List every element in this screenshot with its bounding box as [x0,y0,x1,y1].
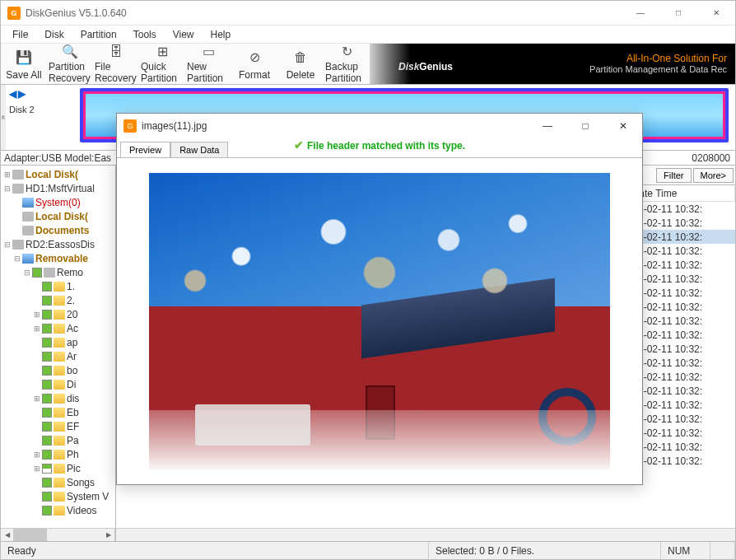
toolbar-quick-partition[interactable]: ⊞Quick Partition [139,44,185,84]
toolbar-icon: 🗑 [291,48,310,68]
checkbox[interactable] [42,296,52,306]
menu-file[interactable]: File [4,27,36,42]
checkbox[interactable] [32,268,42,278]
expand-icon[interactable] [32,450,42,459]
expand-icon[interactable] [22,268,32,277]
tree-item[interactable]: Videos [1,503,115,517]
toolbar-partition-recovery[interactable]: 🔍Partition Recovery [47,44,93,84]
tree-item[interactable]: EF [1,419,115,433]
tree-horizontal-scrollbar[interactable]: ◀▶ [1,528,115,541]
checkbox[interactable] [42,282,52,292]
preview-dialog: G images(11).jpg — □ ✕ File header match… [116,113,643,485]
expand-icon[interactable] [2,240,12,249]
tree-panel: Local Disk(HD1:MsftVirtualSystem(0)Local… [1,166,116,541]
folder-icon [54,296,65,306]
tree-item[interactable]: Ph [1,447,115,461]
tree-item[interactable]: System(0) [1,195,115,209]
menu-help[interactable]: Help [203,27,240,42]
menu-disk[interactable]: Disk [36,27,72,42]
checkbox[interactable] [42,464,52,474]
tree-item[interactable]: Ac [1,321,115,335]
tree-item[interactable]: ap [1,335,115,349]
tree-item[interactable]: 2. [1,293,115,307]
status-bar: Ready Selected: 0 B / 0 Files. NUM [1,541,735,559]
dialog-maximize-button[interactable]: □ [566,114,604,138]
expand-icon[interactable] [32,394,42,403]
checkbox[interactable] [42,366,52,376]
toolbar-icon: ▭ [198,44,218,59]
tree-item[interactable]: Di [1,377,115,391]
tree-item[interactable]: bo [1,363,115,377]
tree-item[interactable]: Documents [1,223,115,237]
toolbar-delete[interactable]: 🗑Delete [277,44,324,84]
checkbox[interactable] [42,408,52,418]
checkbox[interactable] [42,506,52,516]
tree-item[interactable]: Removable [1,251,115,265]
minimize-button[interactable]: — [622,1,659,26]
checkbox[interactable] [42,492,52,502]
tree-item[interactable]: System V [1,489,115,503]
brand-slogan: All-In-One Solution For Partition Manage… [589,53,727,76]
menu-partition[interactable]: Partition [72,27,125,42]
checkbox[interactable] [42,436,52,446]
toolbar-file-recovery[interactable]: 🗄File Recovery [93,44,139,84]
checkbox[interactable] [42,338,52,348]
checkbox[interactable] [42,394,52,404]
tree-item[interactable]: dis [1,391,115,405]
toolbar-backup-partition[interactable]: ↻Backup Partition [324,44,370,84]
checkbox[interactable] [42,478,52,488]
maximize-button[interactable]: □ [659,1,697,26]
menu-tools[interactable]: Tools [125,27,165,42]
menu-view[interactable]: View [165,27,203,42]
tree-item[interactable]: Pic [1,461,115,475]
volume-icon [22,254,34,264]
dialog-minimize-button[interactable]: — [529,114,566,138]
expand-icon[interactable] [2,170,12,179]
expand-icon[interactable] [12,254,22,263]
tree-item[interactable]: 20 [1,307,115,321]
toolbar-format[interactable]: ⊘Format [231,44,277,84]
prev-disk-icon[interactable]: ◀ [9,88,16,100]
dialog-status-message: File header matched with its type. [117,138,642,152]
dialog-title-bar: G images(11).jpg — □ ✕ [117,114,642,138]
folder-icon [54,366,65,376]
more-button[interactable]: More> [693,168,734,183]
checkbox[interactable] [42,422,52,432]
toolbar-save-all[interactable]: 💾Save All [1,44,47,84]
checkbox[interactable] [42,352,52,362]
expand-icon[interactable] [32,310,42,319]
preview-image [149,173,610,469]
tree-item[interactable]: Local Disk( [1,167,115,181]
tree-item[interactable]: Remo [1,265,115,279]
tree-item[interactable]: Ar [1,349,115,363]
checkbox[interactable] [42,324,52,334]
expand-icon[interactable] [2,184,12,193]
directory-tree[interactable]: Local Disk(HD1:MsftVirtualSystem(0)Local… [1,166,115,528]
tree-item[interactable]: Songs [1,475,115,489]
folder-icon [54,282,65,292]
title-bar: G DiskGenius V5.1.0.640 — □ ✕ [1,1,735,26]
next-disk-icon[interactable]: ▶ [18,88,26,100]
tree-item[interactable]: Pa [1,433,115,447]
toolbar-new-partition[interactable]: ▭New Partition [185,44,231,84]
tree-item[interactable]: RD2:EassosDis [1,237,115,251]
filter-button[interactable]: Filter [656,168,691,183]
checkbox[interactable] [42,450,52,460]
dialog-app-icon: G [123,119,137,133]
dialog-title: images(11).jpg [142,120,207,132]
menu-bar: FileDiskPartitionToolsViewHelp [1,26,735,44]
folder-icon [54,478,65,488]
tree-item[interactable]: HD1:MsftVirtual [1,181,115,195]
close-button[interactable]: ✕ [697,1,735,26]
tree-item[interactable]: Eb [1,405,115,419]
dialog-close-button[interactable]: ✕ [604,114,642,138]
brand-banner: DiskGenius All-In-One Solution For Parti… [370,44,735,84]
tree-item[interactable]: Local Disk( [1,209,115,223]
checkbox[interactable] [42,380,52,390]
file-list-horizontal-scrollbar[interactable] [116,528,735,541]
checkbox[interactable] [42,310,52,320]
folder-icon [54,380,65,390]
expand-icon[interactable] [32,324,42,333]
expand-icon[interactable] [32,464,42,473]
tree-item[interactable]: 1. [1,279,115,293]
